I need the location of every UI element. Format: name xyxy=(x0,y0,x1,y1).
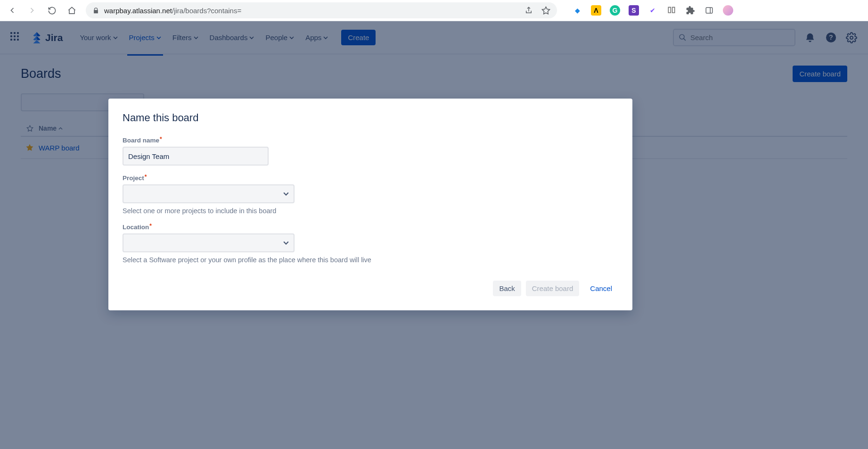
project-helper-text: Select one or more projects to include i… xyxy=(123,207,618,215)
ext-icon-a[interactable]: Λ xyxy=(591,5,601,16)
profile-avatar[interactable] xyxy=(723,5,733,16)
extension-icons: ◆ Λ G S ✔ xyxy=(568,5,737,16)
chevron-down-icon xyxy=(283,240,289,246)
ext-icon-diamond[interactable]: ◆ xyxy=(572,5,582,16)
sidepanel-icon[interactable] xyxy=(704,5,714,16)
extensions-puzzle-icon[interactable] xyxy=(685,5,696,16)
reload-icon[interactable] xyxy=(47,6,57,15)
back-icon[interactable] xyxy=(8,6,17,15)
ext-icon-s[interactable]: S xyxy=(629,5,639,16)
forward-icon[interactable] xyxy=(27,6,37,15)
modal-title: Name this board xyxy=(123,112,618,124)
svg-rect-0 xyxy=(706,8,712,13)
location-select[interactable] xyxy=(123,233,295,252)
back-button[interactable]: Back xyxy=(493,281,521,296)
lock-icon xyxy=(92,7,99,14)
cancel-button[interactable]: Cancel xyxy=(584,281,618,296)
location-label: Location* xyxy=(123,224,152,231)
input-value: Design Team xyxy=(128,152,169,160)
ext-icon-g[interactable]: G xyxy=(610,5,620,16)
modal-create-board-button[interactable]: Create board xyxy=(526,281,580,296)
location-helper-text: Select a Software project or your own pr… xyxy=(123,256,618,264)
name-board-modal: Name this board Board name* Design Team … xyxy=(108,99,632,310)
address-bar[interactable]: warpbay.atlassian.net/jira/boards?contai… xyxy=(86,2,557,18)
share-icon[interactable] xyxy=(524,6,533,15)
project-label: Project* xyxy=(123,175,147,182)
board-name-label: Board name* xyxy=(123,137,162,144)
home-icon[interactable] xyxy=(67,6,76,15)
ext-icon-check[interactable]: ✔ xyxy=(647,5,658,16)
chevron-down-icon xyxy=(283,191,289,197)
project-select[interactable] xyxy=(123,184,295,203)
bookmark-star-icon[interactable] xyxy=(541,6,550,15)
ext-icon-book[interactable] xyxy=(666,5,677,16)
url-host: warpbay.atlassian.net/jira/boards?contai… xyxy=(104,7,241,15)
board-name-input[interactable]: Design Team xyxy=(123,147,269,166)
browser-toolbar: warpbay.atlassian.net/jira/boards?contai… xyxy=(0,0,868,21)
